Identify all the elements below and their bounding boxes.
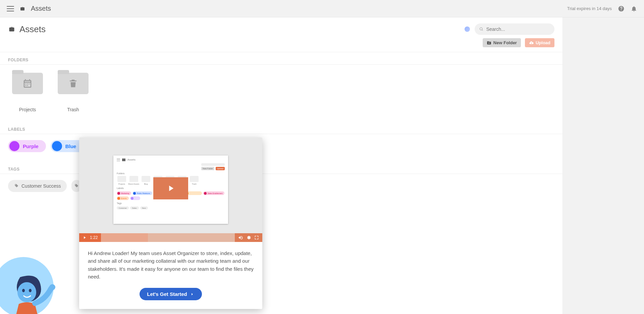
video-controls: 1:22 [79,233,262,242]
coach-avatar [0,247,67,314]
page-header: Assets [0,17,562,35]
actions-row: New Folder Upload [0,35,562,52]
topbar: Assets Trial expires in 14 days [0,0,644,17]
upload-button[interactable]: Upload [525,38,554,47]
onboarding-text: Hi Andrew Loader! My team uses Asset Org… [88,249,254,280]
svg-point-3 [49,284,55,290]
tag-customer-success[interactable]: Customer Success [8,180,67,192]
globe-icon[interactable] [465,26,470,32]
folder-icon [58,73,89,94]
gear-icon[interactable] [246,235,251,240]
play-small-icon[interactable] [83,236,87,240]
folder-plus-icon [487,41,491,45]
help-icon[interactable] [618,5,625,12]
svg-point-0 [17,282,36,302]
search-icon [479,27,484,32]
trash-icon [68,78,78,88]
tag-icon [74,184,79,188]
onboarding-card: Assets New FolderUpload Folders Projects… [79,137,262,309]
folders-section-label: FOLDERS [0,52,562,65]
onboarding-body: Hi Andrew Loader! My team uses Asset Org… [79,242,262,309]
play-button[interactable] [153,177,188,199]
label-name: Blue [65,143,76,149]
page-title: Assets [19,24,46,35]
label-purple[interactable]: Purple [8,140,46,152]
label-name: Purple [23,143,39,149]
chevron-right-icon [190,292,195,297]
volume-icon[interactable] [238,235,243,240]
folder-name: Projects [19,107,36,112]
svg-point-1 [22,289,25,292]
folder-icon [12,73,43,94]
cta-label: Let's Get Started [147,291,187,297]
folder-name: Trash [67,107,79,112]
bell-icon[interactable] [631,5,637,12]
folder-trash[interactable]: Trash [58,73,89,112]
play-icon [166,184,175,193]
cloud-upload-icon [529,41,534,45]
new-folder-button[interactable]: New Folder [483,38,521,47]
video-duration: 1:22 [90,235,98,240]
upload-label: Upload [536,40,550,45]
briefcase-icon [19,6,25,11]
svg-point-2 [29,289,32,292]
video-preview: Assets New FolderUpload Folders Projects… [79,137,262,242]
label-dot [9,141,19,151]
menu-icon[interactable] [7,6,14,11]
search-input[interactable] [486,26,550,32]
video-progress[interactable] [101,233,235,242]
briefcase-icon [8,26,15,33]
avatar-illustration [0,264,60,314]
get-started-button[interactable]: Let's Get Started [140,288,202,300]
search-wrap[interactable] [475,23,554,35]
folder-projects[interactable]: Projects [12,73,43,112]
fullscreen-icon[interactable] [254,235,259,240]
tag-icon [14,184,19,188]
calendar-icon [22,78,33,88]
topbar-title: Assets [31,5,51,12]
label-dot [52,141,62,151]
tag-name: Customer Success [21,183,61,189]
trial-text: Trial expires in 14 days [567,6,612,11]
labels-section-label: LABELS [0,122,562,134]
new-folder-label: New Folder [493,40,517,45]
folders-container: Projects Trash [0,65,562,115]
